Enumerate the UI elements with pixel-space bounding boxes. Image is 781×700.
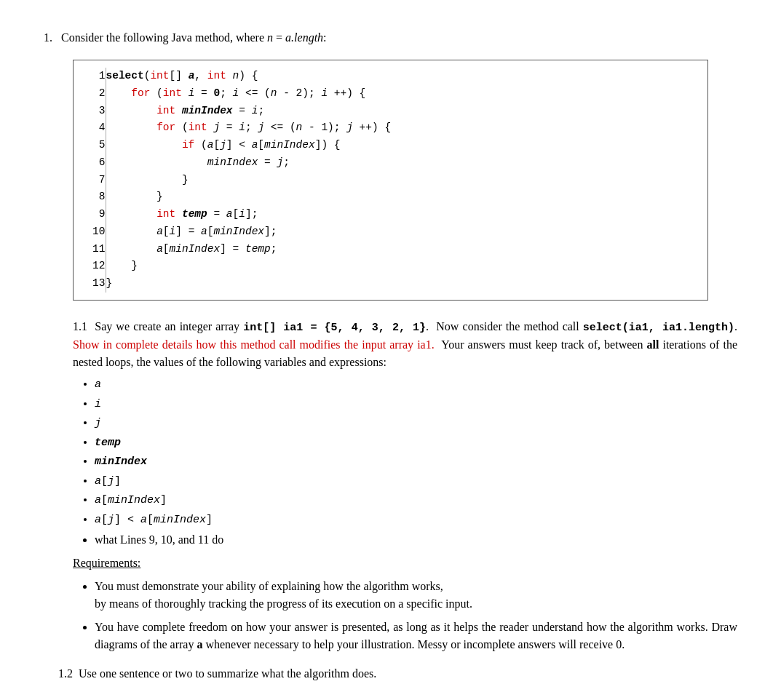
sub1-red-text: Show in complete details how this method… (73, 338, 435, 351)
requirements-section: Requirements: You must demonstrate your … (73, 554, 737, 653)
code-line-9: int temp = a[i]; (106, 206, 707, 223)
code-line-1: select(int[] a, int n) { (106, 68, 707, 85)
bullet-aminindex-mi: minIndex (108, 494, 160, 506)
bullet-aminindex: a[minIndex] (95, 493, 737, 509)
line-num-9: 9 (74, 206, 106, 223)
code-line-13: } (106, 275, 707, 293)
sub1-code1: int[] ia1 = {5, 4, 3, 2, 1} (243, 322, 426, 334)
sub1-text1: Say we create an integer array (95, 320, 243, 333)
q-colon: : (323, 31, 326, 44)
bullet-aj-text: a (95, 475, 101, 488)
code-row-2: 2 for (int i = 0; i <= (n - 2); i ++) { (74, 85, 707, 103)
code-line-6: minIndex = j; (106, 154, 707, 172)
code-line-11: a[minIndex] = temp; (106, 241, 707, 258)
sub2-text: Use one sentence or two to summarize wha… (79, 667, 376, 680)
code-row-11: 11 a[minIndex] = temp; (74, 241, 707, 258)
code-line-3: int minIndex = i; (106, 103, 707, 120)
sub-question-1-2: 1.2 Use one sentence or two to summarize… (58, 665, 737, 683)
code-row-1: 1 select(int[] a, int n) { (74, 68, 707, 85)
bullet-temp-text: temp (95, 437, 121, 449)
q-alength: a.length (285, 31, 323, 44)
bullet-minindex-text: minIndex (95, 456, 147, 468)
code-line-8: } (106, 188, 707, 206)
line-num-6: 6 (74, 154, 106, 172)
bullet-temp: temp (95, 435, 737, 452)
code-row-3: 3 int minIndex = i; (74, 103, 707, 120)
line-num-8: 8 (74, 188, 106, 206)
code-row-13: 13 } (74, 275, 707, 293)
line-num-3: 3 (74, 103, 106, 120)
line-num-13: 13 (74, 275, 106, 293)
line-num-2: 2 (74, 85, 106, 103)
bullet-list: a i j temp minIndex a[j] a[minIndex] a[j… (95, 377, 737, 549)
sub2-number: 1.2 (58, 667, 73, 680)
line-num-7: 7 (74, 172, 106, 189)
bullet-comp-a: a (95, 514, 101, 526)
q-number: 1. (44, 31, 52, 44)
req1-line1: You must demonstrate your ability of exp… (95, 580, 443, 592)
bullet-i: i (95, 397, 737, 413)
line-num-5: 5 (74, 137, 106, 154)
bullet-j-text: j (95, 417, 101, 429)
line-num-12: 12 (74, 258, 106, 275)
q-equals: = (276, 31, 285, 44)
code-block: 1 select(int[] a, int n) { 2 for (int i … (73, 60, 708, 301)
bullet-a: a (95, 377, 737, 394)
bullet-aj-close: ] (114, 475, 121, 488)
code-line-7: } (106, 172, 707, 189)
code-line-2: for (int i = 0; i <= (n - 2); i ++) { (106, 85, 707, 103)
bullet-aminindex-a: a (95, 494, 101, 506)
sub-question-1-1: 1.1 Say we create an integer array int[]… (73, 318, 737, 654)
sub1-code2: select(ia1, ia1.length) (583, 322, 734, 334)
requirements-label: Requirements: (73, 554, 737, 572)
bullet-aj-bracket: [ (101, 475, 108, 488)
req2-text2: whenever necessary to help your illustra… (202, 638, 625, 651)
question-number: 1. Consider the following Java method, w… (44, 29, 737, 47)
req1-line2: by means of thoroughly tracking the prog… (95, 597, 472, 610)
sub1-number: 1.1 (73, 320, 87, 333)
bullet-a-text: a (95, 378, 101, 391)
sub1-text2: . Now consider the method call (426, 320, 583, 333)
bullet-comp-j: j (108, 514, 114, 526)
code-row-12: 12 } (74, 258, 707, 275)
code-line-4: for (int j = i; j <= (n - 1); j ++) { (106, 119, 707, 137)
line-num-11: 11 (74, 241, 106, 258)
sub1-text3: . (734, 320, 737, 333)
bullet-comparison: a[j] < a[minIndex] (95, 512, 737, 529)
bullet-lines-text: what Lines 9, 10, and 11 do (95, 533, 223, 546)
code-row-6: 6 minIndex = j; (74, 154, 707, 172)
code-table: 1 select(int[] a, int n) { 2 for (int i … (74, 68, 707, 293)
code-row-10: 10 a[i] = a[minIndex]; (74, 223, 707, 241)
code-row-4: 4 for (int j = i; j <= (n - 1); j ++) { (74, 119, 707, 137)
bullet-j: j (95, 415, 737, 432)
req-item-1: You must demonstrate your ability of exp… (95, 578, 737, 613)
line-num-1: 1 (74, 68, 106, 85)
bullet-aj: a[j] (95, 474, 737, 490)
code-row-5: 5 if (a[j] < a[minIndex]) { (74, 137, 707, 154)
q-header-text: Consider the following Java method, wher… (61, 31, 267, 44)
sub1-paragraph: 1.1 Say we create an integer array int[]… (73, 318, 737, 372)
requirements-list: You must demonstrate your ability of exp… (95, 578, 737, 653)
req-item-2: You have complete freedom on how your an… (95, 619, 737, 653)
code-line-5: if (a[j] < a[minIndex]) { (106, 137, 707, 154)
code-line-12: } (106, 258, 707, 275)
bullet-comp-a2: a (140, 514, 147, 526)
code-row-8: 8 } (74, 188, 707, 206)
bullet-i-text: i (95, 398, 101, 410)
line-num-4: 4 (74, 119, 106, 137)
code-line-10: a[i] = a[minIndex]; (106, 223, 707, 241)
bullet-aj-j: j (108, 475, 114, 488)
code-row-9: 9 int temp = a[i]; (74, 206, 707, 223)
bullet-lines: what Lines 9, 10, and 11 do (95, 531, 737, 549)
code-row-7: 7 } (74, 172, 707, 189)
q-header-math: n (267, 31, 273, 44)
line-num-10: 10 (74, 223, 106, 241)
bullet-minindex: minIndex (95, 454, 737, 471)
bullet-comp-mi: minIndex (154, 514, 206, 526)
